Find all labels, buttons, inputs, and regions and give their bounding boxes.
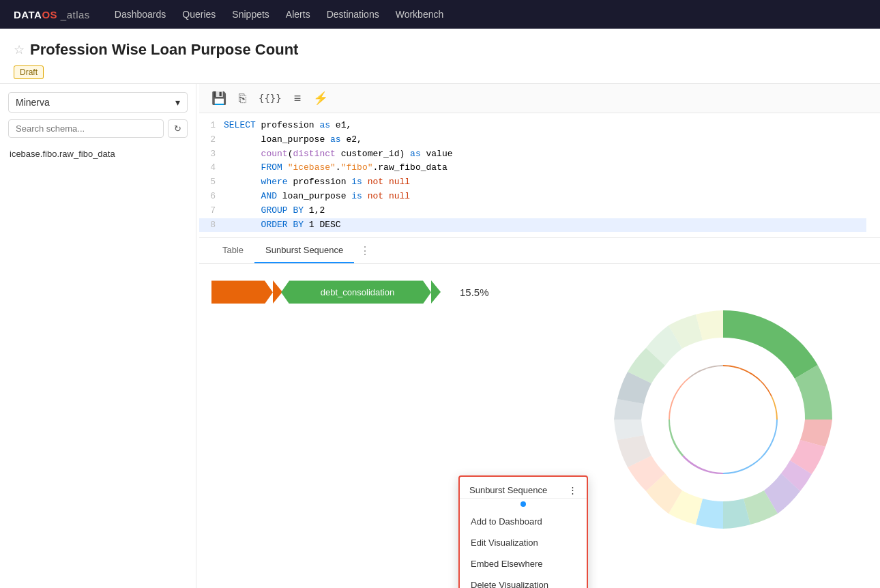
code-line-8: ORDER BY 1 DESC — [224, 218, 866, 233]
sidebar: Minerva ▾ ↻ icebase.fibo.raw_fibo_data — [0, 84, 196, 588]
center-circle — [670, 366, 776, 473]
nav-queries[interactable]: Queries — [182, 6, 216, 23]
code-line-1: SELECT profession as e1, — [224, 119, 866, 133]
logo-data: DATA — [14, 9, 42, 20]
editor-toolbar: 💾 ⎘ {{}} ≡ ⚡ — [199, 84, 880, 113]
context-menu-tab-label: Sunburst Sequence — [469, 485, 547, 495]
code-content: SELECT profession as e1, loan_purpose as… — [224, 119, 880, 232]
context-menu-dots-icon[interactable]: ⋮ — [568, 485, 577, 495]
content-area: 💾 ⎘ {{}} ≡ ⚡ 1 2 3 4 5 6 7 8 SELECT — [199, 84, 880, 588]
execute-icon[interactable]: ⚡ — [313, 91, 328, 106]
logo-atlas: _atlas — [61, 9, 90, 20]
code-line-5: where profession is not null — [224, 175, 866, 190]
menu-add-dashboard[interactable]: Add to Dashboard — [460, 511, 587, 532]
code-line-6: AND loan_purpose is not null — [224, 190, 866, 204]
nav-destinations[interactable]: Destinations — [327, 6, 379, 23]
menu-delete-visualization[interactable]: Delete Visualization — [460, 574, 587, 588]
breadcrumb-arrow-1 — [273, 280, 282, 304]
nav-dashboards[interactable]: Dashboards — [115, 6, 166, 23]
nav-alerts[interactable]: Alerts — [286, 6, 310, 23]
page-title-row: ☆ Profession Wise Loan Purpose Count — [14, 41, 866, 59]
search-row: ↻ — [8, 119, 188, 138]
favorite-icon[interactable]: ☆ — [14, 42, 25, 57]
breadcrumb-segment-2[interactable]: debt_consolidation — [281, 280, 431, 304]
active-indicator — [520, 501, 526, 507]
save-icon[interactable]: 💾 — [211, 91, 226, 106]
code-lines: 1 2 3 4 5 6 7 8 SELECT profession as e1,… — [199, 119, 880, 232]
nav-workbench[interactable]: Workbench — [396, 6, 444, 23]
breadcrumb-row: debt_consolidation 15.5% — [199, 271, 501, 310]
schema-dropdown-label: Minerva — [16, 97, 50, 108]
code-line-2: loan_purpose as e2, — [224, 133, 866, 147]
topnav: DATAOS _atlas Dashboards Queries Snippet… — [0, 0, 880, 29]
logo-os: OS — [42, 9, 57, 20]
code-editor[interactable]: 1 2 3 4 5 6 7 8 SELECT profession as e1,… — [199, 113, 880, 238]
chevron-down-icon: ▾ — [175, 97, 180, 108]
code-line-7: GROUP BY 1,2 — [224, 204, 866, 218]
menu-embed-elsewhere[interactable]: Embed Elsewhere — [460, 553, 587, 574]
menu-edit-visualization[interactable]: Edit Visualization — [460, 532, 587, 553]
breadcrumb-arrow-2 — [431, 280, 441, 304]
context-menu-header: Sunburst Sequence ⋮ — [460, 480, 587, 499]
breadcrumb-segment-2-label: debt_consolidation — [321, 287, 394, 297]
context-menu-indicator — [460, 499, 587, 511]
line-numbers: 1 2 3 4 5 6 7 8 — [199, 119, 224, 232]
code-line-4: FROM "icebase"."fibo".raw_fibo_data — [224, 161, 866, 175]
template-icon[interactable]: {{}} — [259, 93, 282, 104]
breadcrumb-segment-1[interactable] — [211, 280, 273, 304]
status-badge: Draft — [14, 65, 44, 79]
page-title: Profession Wise Loan Purpose Count — [30, 41, 298, 59]
breadcrumb-pct: 15.5% — [460, 286, 489, 298]
refresh-button[interactable]: ↻ — [168, 119, 188, 138]
schema-dropdown[interactable]: Minerva ▾ — [8, 92, 188, 113]
nav-snippets[interactable]: Snippets — [232, 6, 269, 23]
copy-icon[interactable]: ⎘ — [239, 91, 246, 106]
app-logo: DATAOS _atlas — [14, 9, 90, 20]
context-menu-wrapper: Sunburst Sequence ⋮ Add to Dashboard Edi… — [458, 475, 588, 588]
breadcrumb-segments: debt_consolidation — [211, 280, 441, 304]
code-line-3: count(distinct customer_id) as value — [224, 147, 866, 162]
tab-table[interactable]: Table — [211, 238, 254, 263]
viz-main: Table Sunburst Sequence ⋮ Sunburst Seque… — [199, 238, 880, 588]
format-icon[interactable]: ≡ — [294, 91, 302, 106]
schema-item[interactable]: icebase.fibo.raw_fibo_data — [8, 146, 188, 162]
nav-links: Dashboards Queries Snippets Alerts Desti… — [115, 6, 443, 23]
tab-sunburst[interactable]: Sunburst Sequence — [254, 238, 354, 263]
context-menu: Sunburst Sequence ⋮ Add to Dashboard Edi… — [458, 475, 588, 588]
main-layout: Minerva ▾ ↻ icebase.fibo.raw_fibo_data 💾… — [0, 84, 880, 588]
sunburst-svg: Stage: 2 15.5% 42764 of 275084 — [593, 290, 853, 549]
page-header: ☆ Profession Wise Loan Purpose Count Dra… — [0, 29, 880, 84]
sunburst-chart[interactable]: Stage: 2 15.5% 42764 of 275084 — [580, 238, 866, 588]
search-input[interactable] — [8, 119, 164, 138]
viz-tab-more-icon[interactable]: ⋮ — [357, 239, 373, 263]
